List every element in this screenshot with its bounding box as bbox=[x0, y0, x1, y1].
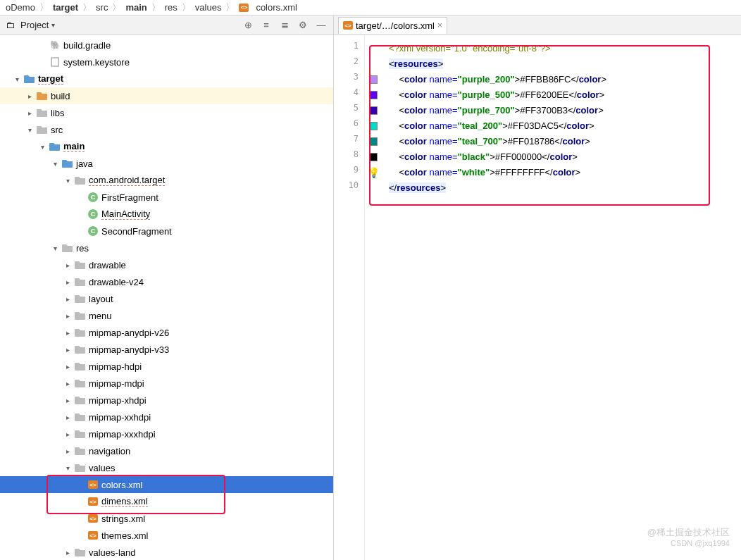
tree-item[interactable]: CMainActivity bbox=[0, 206, 333, 223]
tree-item[interactable]: <>themes.xml bbox=[0, 527, 333, 544]
expand-arrow-icon[interactable]: ▾ bbox=[25, 126, 34, 134]
breadcrumb-item[interactable]: res bbox=[165, 2, 178, 13]
tree-item-label: MainActivity bbox=[101, 209, 150, 220]
tree-item[interactable]: ▾target bbox=[0, 70, 333, 87]
tree-item-label: navigation bbox=[89, 446, 130, 456]
tree-item[interactable]: ▸mipmap-xhdpi bbox=[0, 392, 333, 409]
tree-item[interactable]: ▾main bbox=[0, 138, 333, 155]
breadcrumb-item[interactable]: target bbox=[53, 2, 78, 13]
project-panel: 🗀 Project ▾ ⊕ ≡ ≣ ⚙ — 🐘build.gradlesyste… bbox=[0, 15, 334, 560]
tree-item[interactable]: <>colors.xml bbox=[0, 476, 333, 493]
breadcrumb-item[interactable]: values bbox=[195, 2, 222, 13]
tree-item[interactable]: ▸build bbox=[0, 87, 333, 104]
expand-arrow-icon[interactable]: ▸ bbox=[63, 346, 72, 354]
color-swatch[interactable] bbox=[369, 122, 378, 130]
tree-item[interactable]: ▸mipmap-xxhdpi bbox=[0, 409, 333, 425]
tree-item-label: SecondFragment bbox=[101, 226, 172, 237]
expand-arrow-icon[interactable]: ▸ bbox=[63, 261, 72, 269]
tree-item[interactable]: ▾com.android.target bbox=[0, 172, 333, 189]
close-tab-icon[interactable]: × bbox=[437, 20, 442, 30]
expand-arrow-icon[interactable]: ▸ bbox=[25, 92, 34, 100]
tree-item[interactable]: ▸mipmap-xxxhdpi bbox=[0, 425, 333, 442]
tree-item[interactable]: ▸mipmap-anydpi-v26 bbox=[0, 324, 333, 341]
expand-arrow-icon[interactable]: ▾ bbox=[38, 143, 46, 151]
expand-arrow-icon[interactable]: ▸ bbox=[63, 363, 72, 371]
tree-item[interactable]: <>strings.xml bbox=[0, 510, 333, 527]
swatch-gutter: 💡 bbox=[365, 35, 382, 560]
tree-item-label: drawable bbox=[89, 260, 126, 270]
tree-item[interactable]: ▸layout bbox=[0, 290, 333, 307]
editor-panel: <> target/…/colors.xml × 12345678910 💡 <… bbox=[334, 15, 741, 560]
code-area[interactable]: <?xml version="1.0" encoding="utf-8"?><r… bbox=[382, 35, 741, 560]
tree-item[interactable]: CSecondFragment bbox=[0, 223, 333, 239]
project-tree[interactable]: 🐘build.gradlesystem.keystore▾target▸buil… bbox=[0, 35, 333, 560]
tree-item[interactable]: ▸mipmap-anydpi-v33 bbox=[0, 341, 333, 358]
tree-item[interactable]: system.keystore bbox=[0, 54, 333, 70]
tree-item[interactable]: ▸menu bbox=[0, 307, 333, 324]
color-swatch[interactable] bbox=[369, 75, 378, 84]
gear-icon[interactable]: ⚙ bbox=[297, 19, 309, 32]
expand-arrow-icon[interactable]: ▸ bbox=[63, 295, 72, 303]
tree-item[interactable]: <>dimens.xml bbox=[0, 493, 333, 510]
expand-arrow-icon[interactable]: ▸ bbox=[63, 549, 72, 556]
tree-item-label: main bbox=[63, 141, 85, 152]
breadcrumb-item[interactable]: oDemo bbox=[6, 2, 35, 13]
tree-item-label: mipmap-xxhdpi bbox=[89, 412, 151, 423]
editor[interactable]: 12345678910 💡 <?xml version="1.0" encodi… bbox=[334, 35, 741, 560]
breadcrumb-item[interactable]: main bbox=[125, 2, 147, 13]
tree-item[interactable]: ▾values bbox=[0, 459, 333, 476]
expand-arrow-icon[interactable]: ▸ bbox=[63, 329, 72, 337]
color-swatch[interactable] bbox=[369, 106, 378, 115]
dropdown-chevron-icon[interactable]: ▾ bbox=[51, 21, 55, 29]
expand-arrow-icon[interactable]: ▸ bbox=[25, 109, 34, 117]
color-swatch[interactable] bbox=[369, 137, 378, 146]
expand-arrow-icon[interactable]: ▾ bbox=[51, 244, 59, 252]
expand-arrow-icon[interactable]: ▸ bbox=[63, 312, 72, 320]
breadcrumb-item[interactable]: colors.xml bbox=[256, 2, 297, 13]
expand-arrow-icon[interactable]: ▸ bbox=[63, 278, 72, 286]
tree-item-label: mipmap-xxxhdpi bbox=[89, 429, 156, 440]
tree-item[interactable]: ▸drawable bbox=[0, 256, 333, 273]
tree-item[interactable]: ▸mipmap-hdpi bbox=[0, 358, 333, 375]
tree-item[interactable]: ▾java bbox=[0, 155, 333, 172]
sort-icon[interactable]: ≡ bbox=[260, 19, 273, 32]
expand-arrow-icon[interactable]: ▸ bbox=[63, 413, 72, 421]
svg-rect-0 bbox=[51, 58, 58, 66]
tree-item-label: build.gradle bbox=[63, 40, 111, 51]
expand-arrow-icon[interactable]: ▾ bbox=[13, 75, 21, 83]
breadcrumb: oDemo〉target〉src〉main〉res〉values〉<>color… bbox=[0, 0, 741, 15]
expand-arrow-icon[interactable]: ▾ bbox=[63, 177, 72, 185]
tree-item[interactable]: 🐘build.gradle bbox=[0, 37, 333, 54]
expand-arrow-icon[interactable]: ▾ bbox=[63, 464, 72, 472]
tree-item-label: libs bbox=[51, 108, 65, 118]
panel-title[interactable]: Project bbox=[20, 20, 49, 30]
tabbar: <> target/…/colors.xml × bbox=[334, 15, 741, 35]
tree-item[interactable]: ▸libs bbox=[0, 104, 333, 121]
tree-item[interactable]: ▾src bbox=[0, 121, 333, 138]
tree-item[interactable]: CFirstFragment bbox=[0, 189, 333, 206]
tree-item[interactable]: ▸values-land bbox=[0, 544, 333, 560]
tree-item-label: layout bbox=[89, 294, 113, 304]
tree-item-label: menu bbox=[89, 311, 112, 321]
expand-arrow-icon[interactable]: ▸ bbox=[63, 430, 72, 438]
tree-item[interactable]: ▸mipmap-mdpi bbox=[0, 375, 333, 392]
expand-arrow-icon[interactable]: ▸ bbox=[63, 380, 72, 387]
color-swatch[interactable] bbox=[369, 91, 378, 99]
collapse-icon[interactable]: — bbox=[315, 19, 328, 32]
tree-item[interactable]: ▸drawable-v24 bbox=[0, 273, 333, 290]
project-icon: 🗀 bbox=[6, 20, 15, 30]
flatten-icon[interactable]: ≣ bbox=[278, 19, 291, 32]
bulb-icon[interactable]: 💡 bbox=[368, 167, 380, 178]
tree-item[interactable]: ▾res bbox=[0, 239, 333, 256]
tree-item-label: com.android.target bbox=[89, 175, 165, 186]
color-swatch[interactable] bbox=[369, 153, 378, 161]
tree-item-label: values bbox=[89, 463, 116, 473]
target-icon[interactable]: ⊕ bbox=[242, 19, 254, 32]
expand-arrow-icon[interactable]: ▸ bbox=[63, 447, 72, 455]
breadcrumb-item[interactable]: src bbox=[96, 2, 108, 13]
tree-item-label: build bbox=[51, 91, 70, 101]
expand-arrow-icon[interactable]: ▸ bbox=[63, 397, 72, 404]
tree-item[interactable]: ▸navigation bbox=[0, 442, 333, 459]
expand-arrow-icon[interactable]: ▾ bbox=[51, 160, 59, 168]
editor-tab[interactable]: <> target/…/colors.xml × bbox=[338, 17, 447, 34]
